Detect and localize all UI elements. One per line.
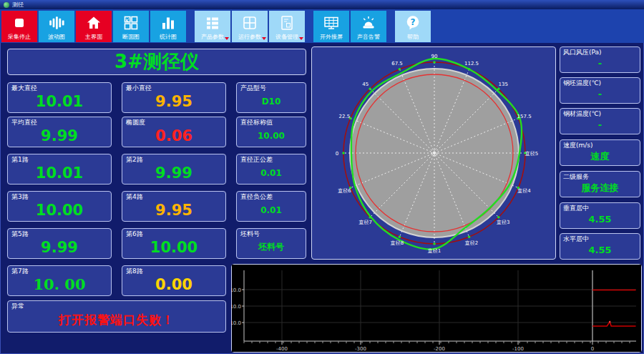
path-4-value: 9.95 — [124, 200, 224, 220]
path-2-value: 9.99 — [124, 162, 224, 183]
path-7-value: 10. 00 — [9, 274, 109, 295]
max-diameter-cell: 最大直径10.01 — [7, 82, 112, 113]
external-screen-icon — [313, 13, 349, 33]
polar-label: 90 — [431, 54, 438, 59]
station-title-panel: 3#测径仪 — [7, 49, 306, 75]
x-tick-label: -100 — [512, 346, 524, 352]
dropdown-arrow-icon — [225, 37, 229, 40]
stats-chart-button[interactable]: 统计图 — [150, 11, 186, 42]
product-params-icon — [195, 13, 230, 33]
path-2-cell: 第2路9.99 — [122, 154, 226, 185]
device-manage-button-label: 设备管理 — [275, 34, 298, 40]
x-tick-label: -200 — [434, 346, 445, 352]
station-title: 3#测径仪 — [8, 49, 306, 74]
external-screen-button-label: 开外接屏 — [320, 34, 343, 40]
path-3-value: 10.00 — [9, 200, 109, 220]
exception-message: 打开报警端口失败！ — [9, 309, 224, 331]
polar-label: 直径1 — [428, 248, 441, 254]
speed-value: 速度 — [562, 148, 638, 164]
nominal-diameter-cell: 直径标称值10.00 — [236, 117, 306, 147]
device-manage-button[interactable]: 设备管理 — [269, 11, 305, 42]
polar-label: 直径2 — [465, 240, 478, 246]
polar-label: 45 — [362, 82, 369, 87]
sound-alarm-button-label: 声音告警 — [357, 34, 380, 40]
horizontal-centering-value: 4.55 — [562, 242, 638, 258]
polar-label: 直径4 — [517, 188, 531, 194]
path-8-value: 0.00 — [124, 274, 224, 295]
path-4-cell: 第4路9.95 — [122, 191, 226, 222]
wave-chart-button[interactable]: 波动图 — [39, 11, 74, 42]
polar-label: 157.5 — [517, 114, 532, 119]
polar-label: 直径3 — [497, 220, 509, 225]
run-params-icon — [232, 13, 268, 33]
polar-label: 0 — [336, 151, 338, 157]
avg-diameter-cell: 平均直径9.99 — [7, 117, 112, 147]
main-screen-button[interactable]: 主界面 — [76, 11, 112, 42]
vertical-centering-panel: 垂直居中4.55 — [560, 202, 640, 229]
plus-tolerance-cell: 直径正公差0.01 — [236, 154, 306, 185]
svg-text:?: ? — [411, 16, 416, 26]
section-icon — [113, 13, 149, 33]
path-7-cell: 第7路10. 00 — [7, 265, 112, 296]
stop-collect-button-label: 采集停止 — [8, 34, 31, 40]
steel-temperature-value: - — [562, 117, 638, 133]
x-tick-label: 0 — [591, 346, 594, 352]
trend-chart: -400-300-200-100010.010.010.0 — [232, 265, 641, 352]
nominal-diameter-value: 10.00 — [238, 125, 304, 146]
horizontal-centering-panel: 水平居中4.55 — [560, 233, 640, 260]
dropdown-arrow-icon — [262, 37, 266, 40]
alarm-icon — [351, 13, 386, 33]
ovality-cell: 椭圆度0.06 — [122, 117, 226, 147]
polar-label: 112.5 — [464, 61, 479, 67]
plus-tolerance-value: 0.01 — [238, 162, 304, 183]
x-tick-label: -400 — [276, 346, 288, 352]
path-1-cell: 第1路10.01 — [7, 154, 112, 185]
stats-chart-button-label: 统计图 — [160, 34, 177, 40]
product-params-button-label: 产品参数 — [201, 34, 224, 40]
path-6-value: 10.00 — [124, 237, 224, 257]
avg-diameter-value: 9.99 — [9, 125, 109, 146]
app-icon — [4, 2, 9, 8]
toolbar: 采集停止波动图主界面断面图统计图产品参数运行参数设备管理开外接屏声音告警?帮助 — [0, 9, 644, 43]
x-tick-label: -300 — [355, 346, 366, 352]
stop-collect-button[interactable]: 采集停止 — [1, 11, 37, 42]
billet-temperature-panel: 钢坯温度(℃)- — [560, 77, 640, 104]
home-icon — [76, 13, 112, 33]
run-params-button-label: 运行参数 — [238, 34, 261, 40]
cross-section-chart: 022.54567.590112.5135157.5直径5直径4直径3直径2直径… — [312, 47, 555, 259]
trend-chart-panel: -400-300-200-100010.010.010.0 — [231, 264, 642, 353]
path-1-value: 10.01 — [9, 162, 109, 183]
billet-no-value: 坯料号 — [238, 237, 304, 257]
polar-label: 67.5 — [391, 61, 403, 67]
dropdown-arrow-icon — [299, 37, 303, 40]
path-5-value: 9.99 — [9, 237, 109, 257]
polar-label: 22.5 — [339, 114, 351, 119]
help-button[interactable]: ?帮助 — [395, 11, 431, 42]
main-screen-button-label: 主界面 — [85, 34, 102, 40]
wind-pressure-panel: 风口风压(Pa)- — [560, 46, 640, 73]
device-icon — [269, 13, 305, 33]
billet-no-cell: 坯料号坯料号 — [236, 228, 306, 259]
external-screen-button[interactable]: 开外接屏 — [313, 11, 349, 42]
stats-icon — [150, 13, 186, 33]
min-diameter-cell: 最小直径9.95 — [122, 82, 226, 113]
polar-label: 直径8 — [391, 240, 404, 246]
path-8-cell: 第8路0.00 — [122, 265, 226, 296]
help-icon: ? — [395, 13, 431, 33]
section-chart-button[interactable]: 断面图 — [113, 11, 149, 42]
level2-service-value: 服务连接 — [562, 180, 638, 196]
polar-label: 直径6 — [338, 188, 351, 194]
y-tick-label: 10.0 — [232, 304, 241, 310]
product-params-button[interactable]: 产品参数 — [195, 11, 230, 42]
sound-alarm-button[interactable]: 声音告警 — [351, 11, 386, 42]
vertical-centering-value: 4.55 — [562, 211, 638, 227]
path-6-cell: 第6路10.00 — [122, 228, 226, 259]
y-tick-label: 10.0 — [232, 320, 241, 326]
run-params-button[interactable]: 运行参数 — [232, 11, 268, 42]
product-model-cell: 产品型号D10 — [236, 82, 306, 113]
section-chart-button-label: 断面图 — [122, 34, 140, 40]
minus-tolerance-value: 0.01 — [238, 200, 304, 220]
billet-temperature-value: - — [562, 86, 638, 102]
polar-label: 直径7 — [359, 220, 372, 225]
max-diameter-value: 10.01 — [9, 91, 109, 112]
